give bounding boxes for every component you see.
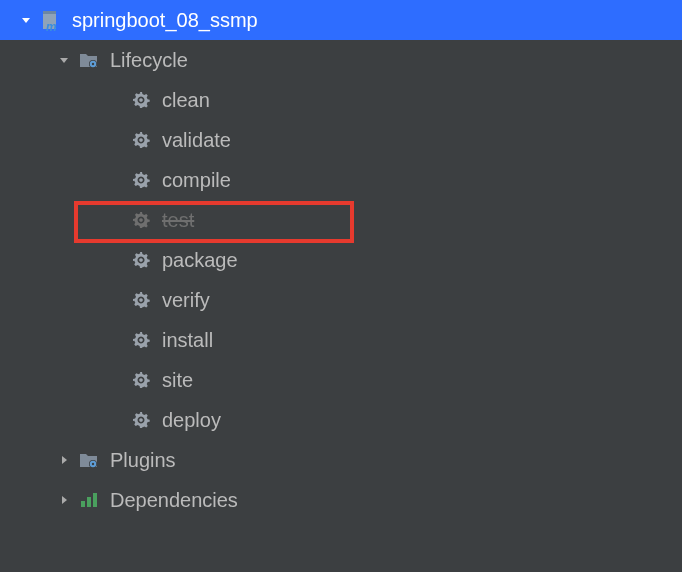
lifecycle-item-label: deploy	[162, 409, 221, 432]
lifecycle-item-label: test	[162, 209, 194, 232]
plugins-label: Plugins	[110, 449, 176, 472]
folder-gear-icon	[78, 449, 100, 471]
gear-icon	[130, 409, 152, 431]
lifecycle-item-test[interactable]: test	[0, 200, 682, 240]
lifecycle-item-site[interactable]: site	[0, 360, 682, 400]
gear-icon	[130, 369, 152, 391]
maven-module-icon: m	[40, 9, 62, 31]
lifecycle-items: clean validate compile test package veri…	[0, 80, 682, 440]
lifecycle-item-deploy[interactable]: deploy	[0, 400, 682, 440]
chevron-right-icon	[56, 452, 72, 468]
gear-icon	[130, 329, 152, 351]
svg-point-5	[92, 63, 94, 65]
dependencies-label: Dependencies	[110, 489, 238, 512]
lifecycle-item-label: install	[162, 329, 213, 352]
lifecycle-item-verify[interactable]: verify	[0, 280, 682, 320]
lifecycle-row[interactable]: Lifecycle	[0, 40, 682, 80]
lifecycle-item-compile[interactable]: compile	[0, 160, 682, 200]
project-row[interactable]: m springboot_08_ssmp	[0, 0, 682, 40]
lifecycle-item-validate[interactable]: validate	[0, 120, 682, 160]
lifecycle-item-label: clean	[162, 89, 210, 112]
gear-icon	[130, 169, 152, 191]
svg-rect-10	[87, 497, 91, 507]
gear-icon	[130, 89, 152, 111]
gear-icon	[130, 129, 152, 151]
svg-text:m: m	[46, 20, 57, 31]
lifecycle-item-label: package	[162, 249, 238, 272]
svg-rect-1	[43, 11, 56, 14]
dependencies-row[interactable]: Dependencies	[0, 480, 682, 520]
lifecycle-item-install[interactable]: install	[0, 320, 682, 360]
maven-tree: m springboot_08_ssmp Lifecycle clean val…	[0, 0, 682, 520]
folder-gear-icon	[78, 49, 100, 71]
gear-icon	[130, 209, 152, 231]
lifecycle-item-label: validate	[162, 129, 231, 152]
gear-icon	[130, 289, 152, 311]
dependencies-icon	[78, 489, 100, 511]
svg-rect-11	[93, 493, 97, 507]
svg-rect-9	[81, 501, 85, 507]
chevron-down-icon	[18, 12, 34, 28]
project-name: springboot_08_ssmp	[72, 9, 258, 32]
lifecycle-item-label: verify	[162, 289, 210, 312]
lifecycle-item-label: site	[162, 369, 193, 392]
svg-point-8	[92, 463, 94, 465]
plugins-row[interactable]: Plugins	[0, 440, 682, 480]
lifecycle-item-clean[interactable]: clean	[0, 80, 682, 120]
chevron-down-icon	[56, 52, 72, 68]
gear-icon	[130, 249, 152, 271]
lifecycle-label: Lifecycle	[110, 49, 188, 72]
chevron-right-icon	[56, 492, 72, 508]
lifecycle-item-package[interactable]: package	[0, 240, 682, 280]
lifecycle-item-label: compile	[162, 169, 231, 192]
